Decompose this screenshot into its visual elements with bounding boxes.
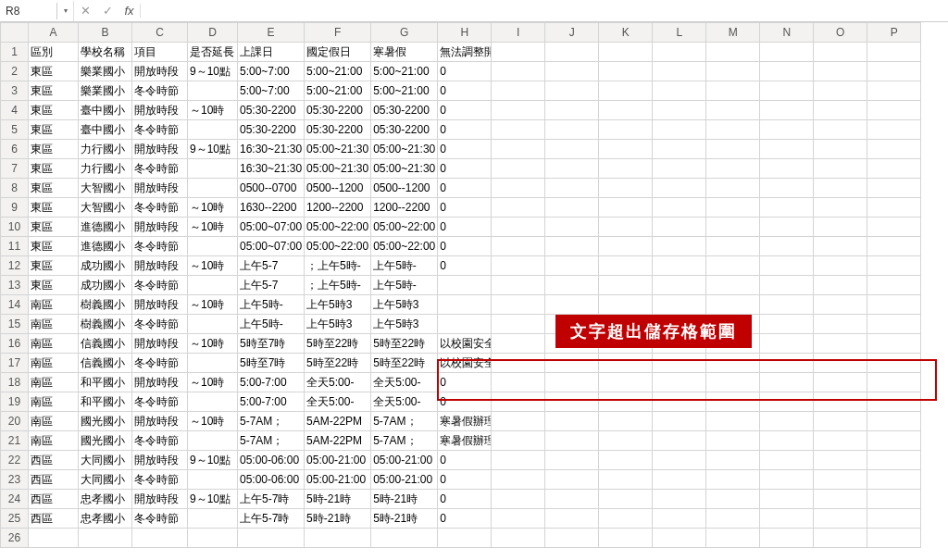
cell[interactable]: [760, 295, 814, 315]
cell[interactable]: [814, 218, 867, 237]
cell[interactable]: 5時-21時: [371, 509, 438, 529]
cell[interactable]: [371, 529, 438, 548]
cell[interactable]: [492, 120, 545, 140]
cell[interactable]: [492, 431, 545, 451]
cell[interactable]: 5:00~7:00: [238, 81, 305, 101]
cell[interactable]: [814, 43, 867, 62]
cell[interactable]: [760, 62, 814, 81]
cell[interactable]: [599, 81, 653, 101]
cell[interactable]: 5-7AM；: [238, 412, 305, 431]
cell[interactable]: [706, 218, 760, 237]
cell[interactable]: [545, 529, 599, 548]
column-header-G[interactable]: G: [371, 23, 438, 43]
cell[interactable]: [814, 62, 867, 81]
cell[interactable]: [599, 198, 653, 218]
cell[interactable]: [545, 412, 599, 431]
cell[interactable]: 5-7AM；: [238, 431, 305, 451]
spreadsheet-grid[interactable]: ABCDEFGHIJKLMNOP 1區別學校名稱項目是否延長上課日國定假日寒暑假…: [0, 22, 921, 548]
cell[interactable]: [545, 354, 599, 373]
cell[interactable]: [653, 470, 706, 490]
row-header[interactable]: 14: [1, 295, 29, 315]
cell[interactable]: 5時至22時: [371, 334, 438, 354]
cell[interactable]: [760, 81, 814, 101]
cell[interactable]: 上午5時-: [238, 295, 305, 315]
cell[interactable]: 開放時段: [132, 490, 188, 509]
cell[interactable]: [599, 179, 653, 198]
cell[interactable]: [492, 315, 545, 334]
cell[interactable]: 冬令時節: [132, 81, 188, 101]
cell[interactable]: 5:00~21:00: [305, 62, 371, 81]
cell[interactable]: [706, 451, 760, 470]
cell[interactable]: 0: [438, 392, 492, 412]
cell[interactable]: [188, 431, 238, 451]
cell[interactable]: [706, 392, 760, 412]
cell[interactable]: 05:00~21:30: [371, 140, 438, 159]
cell[interactable]: 0: [438, 81, 492, 101]
row-header[interactable]: 21: [1, 431, 29, 451]
cell[interactable]: [653, 509, 706, 529]
cell[interactable]: [545, 451, 599, 470]
cell[interactable]: 東區: [29, 256, 79, 276]
cell[interactable]: [188, 470, 238, 490]
cell[interactable]: 開放時段: [132, 62, 188, 81]
cell[interactable]: 1200--2200: [371, 198, 438, 218]
column-header-A[interactable]: A: [29, 23, 79, 43]
cell[interactable]: [814, 470, 867, 490]
cell[interactable]: 進德國小: [79, 237, 132, 256]
cell[interactable]: [29, 529, 79, 548]
cell[interactable]: ～10時: [188, 218, 238, 237]
cell[interactable]: 05:00~22:00: [371, 218, 438, 237]
cell[interactable]: [706, 237, 760, 256]
cell[interactable]: 0: [438, 470, 492, 490]
cell[interactable]: [492, 101, 545, 120]
cell[interactable]: [706, 295, 760, 315]
cell[interactable]: [653, 256, 706, 276]
cell[interactable]: [188, 120, 238, 140]
cell[interactable]: [706, 509, 760, 529]
cell[interactable]: ～10時: [188, 295, 238, 315]
cell[interactable]: [238, 529, 305, 548]
cell[interactable]: [814, 392, 867, 412]
cell[interactable]: [599, 276, 653, 295]
cell[interactable]: [653, 412, 706, 431]
cell[interactable]: [188, 179, 238, 198]
cell[interactable]: 以校園安全為優先考量，校內仍有課後照顧學生尚未放學，不宜提早開放。: [438, 334, 492, 354]
cell[interactable]: [653, 198, 706, 218]
cell[interactable]: 05:30-2200: [371, 101, 438, 120]
cell[interactable]: [760, 412, 814, 431]
row-header[interactable]: 9: [1, 198, 29, 218]
cell[interactable]: 樹義國小: [79, 295, 132, 315]
cell[interactable]: 0: [438, 140, 492, 159]
cell[interactable]: 05:00~22:00: [305, 218, 371, 237]
column-header-H[interactable]: H: [438, 23, 492, 43]
cell[interactable]: [867, 237, 921, 256]
cell[interactable]: ～10時: [188, 412, 238, 431]
cell[interactable]: 上午5-7時: [238, 509, 305, 529]
cell[interactable]: [545, 470, 599, 490]
cell[interactable]: [867, 490, 921, 509]
cell[interactable]: [188, 354, 238, 373]
cell[interactable]: ～10時: [188, 334, 238, 354]
cell[interactable]: [653, 431, 706, 451]
cell[interactable]: 0: [438, 451, 492, 470]
name-box[interactable]: [0, 3, 57, 19]
cell[interactable]: 東區: [29, 218, 79, 237]
cell[interactable]: 東區: [29, 179, 79, 198]
cell[interactable]: 0: [438, 509, 492, 529]
cell[interactable]: [438, 276, 492, 295]
cell[interactable]: 5時至7時: [238, 334, 305, 354]
cell[interactable]: [545, 295, 599, 315]
cell[interactable]: 0: [438, 159, 492, 179]
cell[interactable]: [814, 276, 867, 295]
cell[interactable]: [545, 256, 599, 276]
cell[interactable]: [599, 451, 653, 470]
cell[interactable]: 寒暑假辦理學生育樂營: [438, 431, 492, 451]
cell[interactable]: ～10時: [188, 256, 238, 276]
cell[interactable]: [545, 120, 599, 140]
column-header-I[interactable]: I: [492, 23, 545, 43]
cell[interactable]: [760, 256, 814, 276]
cell[interactable]: [653, 81, 706, 101]
cell[interactable]: [545, 140, 599, 159]
cell[interactable]: 全天5:00-: [305, 392, 371, 412]
cell[interactable]: 東區: [29, 101, 79, 120]
